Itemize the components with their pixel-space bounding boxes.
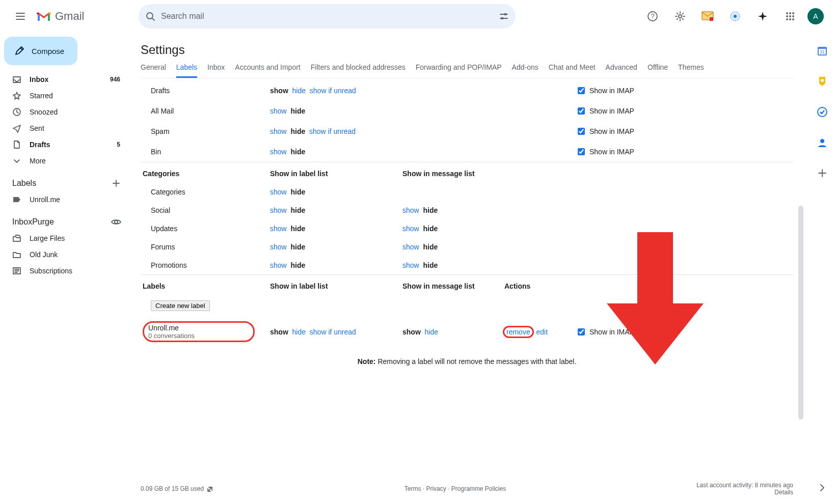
sidebar-inboxpurge-old-junk[interactable]: Old Junk <box>0 246 126 263</box>
imap-label: Show in IMAP <box>589 87 634 95</box>
star-icon <box>12 91 21 100</box>
logo[interactable]: Gmail <box>37 10 126 23</box>
msg-show[interactable]: show <box>402 206 419 214</box>
search-input[interactable] <box>160 11 494 21</box>
tab-labels[interactable]: Labels <box>176 63 197 78</box>
msg-show[interactable]: show <box>402 261 419 269</box>
settings-button[interactable] <box>670 6 690 26</box>
scrollbar[interactable] <box>798 206 803 419</box>
add-label-button[interactable] <box>110 177 122 189</box>
calendar-addon[interactable]: 31 <box>812 41 832 61</box>
list-hide[interactable]: hide <box>292 328 306 336</box>
tab-accounts-and-import[interactable]: Accounts and Import <box>235 63 300 78</box>
list-show[interactable]: show <box>270 225 287 233</box>
label-list-actions: show hide <box>268 142 400 162</box>
remove-label-link[interactable]: remove <box>504 327 532 337</box>
sidebar-item-sent[interactable]: Sent <box>0 120 126 136</box>
sidebar-item-snoozed[interactable]: Snoozed <box>0 104 126 120</box>
sidebar-inboxpurge-subscriptions[interactable]: Subscriptions <box>0 263 126 279</box>
mail-addon-icon[interactable] <box>697 6 718 26</box>
tab-offline[interactable]: Offline <box>648 63 668 78</box>
tasks-addon[interactable] <box>812 102 832 122</box>
sidebar-item-starred[interactable]: Starred <box>0 88 126 104</box>
sidebar-label-unroll-me[interactable]: Unroll.me <box>0 191 126 208</box>
list-hide[interactable]: hide <box>292 87 306 95</box>
open-in-new-icon[interactable] <box>207 485 214 492</box>
list-hide: hide <box>290 243 305 251</box>
tab-add-ons[interactable]: Add-ons <box>512 63 538 78</box>
list-show[interactable]: show <box>270 188 287 196</box>
categories-header: Categories <box>141 162 268 183</box>
message-list-actions: show hide <box>400 256 502 275</box>
search-options-icon[interactable] <box>498 11 509 22</box>
show-in-imap[interactable]: Show in IMAP <box>576 126 791 136</box>
apps-grid-button[interactable] <box>780 6 800 26</box>
addon-dot-icon[interactable] <box>725 6 745 26</box>
collapse-side-panel[interactable] <box>812 478 832 498</box>
inboxpurge-visibility-icon[interactable] <box>110 216 122 228</box>
msg-hide[interactable]: hide <box>425 328 438 336</box>
imap-label: Show in IMAP <box>589 148 634 156</box>
svg-point-5 <box>679 15 682 18</box>
search-bar[interactable] <box>139 4 516 29</box>
get-addons-button[interactable] <box>812 163 832 183</box>
footer-details-link[interactable]: Details <box>774 489 793 496</box>
svg-point-15 <box>789 15 791 17</box>
tab-general[interactable]: General <box>141 63 166 78</box>
tab-themes[interactable]: Themes <box>678 63 704 78</box>
tab-forwarding-and-pop-imap[interactable]: Forwarding and POP/IMAP <box>416 63 502 78</box>
imap-checkbox[interactable] <box>578 107 585 115</box>
msg-show[interactable]: show <box>402 243 419 251</box>
tab-chat-and-meet[interactable]: Chat and Meet <box>549 63 596 78</box>
imap-checkbox[interactable] <box>578 328 585 335</box>
gmail-icon <box>37 11 51 22</box>
footer-pp-link[interactable]: Programme Policies <box>451 485 506 492</box>
system-label-row: Bin show hide Show in IMAP <box>141 142 793 162</box>
keep-addon[interactable] <box>812 71 832 92</box>
tab-inbox[interactable]: Inbox <box>207 63 225 78</box>
sidebar-inboxpurge-large-files[interactable]: Large Files <box>0 230 126 246</box>
list-show-if-unread[interactable]: show if unread <box>310 328 356 336</box>
edit-label-link[interactable]: edit <box>536 328 548 336</box>
list-show: show <box>270 87 288 95</box>
main-menu-button[interactable] <box>8 4 33 29</box>
imap-checkbox[interactable] <box>578 148 585 155</box>
tab-filters-and-blocked-addresses[interactable]: Filters and blocked addresses <box>311 63 406 78</box>
footer-privacy-link[interactable]: Privacy <box>426 485 446 492</box>
list-show[interactable]: show <box>270 243 287 251</box>
list-show[interactable]: show <box>270 148 287 156</box>
label-name: Bin <box>141 142 268 162</box>
imap-checkbox[interactable] <box>578 128 585 135</box>
show-in-imap[interactable]: Show in IMAP <box>576 86 791 96</box>
help-button[interactable]: ? <box>642 6 663 26</box>
footer-terms-link[interactable]: Terms <box>404 485 421 492</box>
tab-advanced[interactable]: Advanced <box>606 63 637 78</box>
create-label-button[interactable]: Create new label <box>151 300 210 311</box>
list-show-if-unread[interactable]: show if unread <box>309 127 356 135</box>
sidebar-item-more[interactable]: More <box>0 153 126 169</box>
svg-point-21 <box>115 220 118 223</box>
list-show[interactable]: show <box>270 107 287 115</box>
list-show-if-unread[interactable]: show if unread <box>310 87 356 95</box>
svg-point-19 <box>792 18 794 20</box>
show-in-imap[interactable]: Show in IMAP <box>576 147 791 157</box>
show-in-imap[interactable]: Show in IMAP <box>576 106 791 116</box>
svg-rect-2 <box>501 17 503 19</box>
list-show[interactable]: show <box>270 127 287 135</box>
msg-show[interactable]: show <box>402 225 419 233</box>
sidebar-item-drafts[interactable]: Drafts 5 <box>0 136 126 153</box>
sparkle-icon[interactable] <box>752 6 773 26</box>
label-name: Forums <box>141 238 268 256</box>
show-in-imap[interactable]: Show in IMAP <box>576 327 791 337</box>
sidebar-item-inbox[interactable]: Inbox 946 <box>0 71 126 88</box>
list-show[interactable]: show <box>270 261 287 269</box>
last-activity: Last account activity: 8 minutes ago <box>696 482 793 489</box>
compose-button[interactable]: Compose <box>4 37 77 65</box>
contacts-addon[interactable] <box>812 132 832 153</box>
svg-text:31: 31 <box>819 49 824 54</box>
account-avatar[interactable]: A <box>807 8 824 24</box>
svg-point-11 <box>786 12 788 14</box>
imap-checkbox[interactable] <box>578 87 585 94</box>
list-show[interactable]: show <box>270 206 287 214</box>
storage-usage: 0.09 GB of 15 GB used <box>141 485 204 492</box>
